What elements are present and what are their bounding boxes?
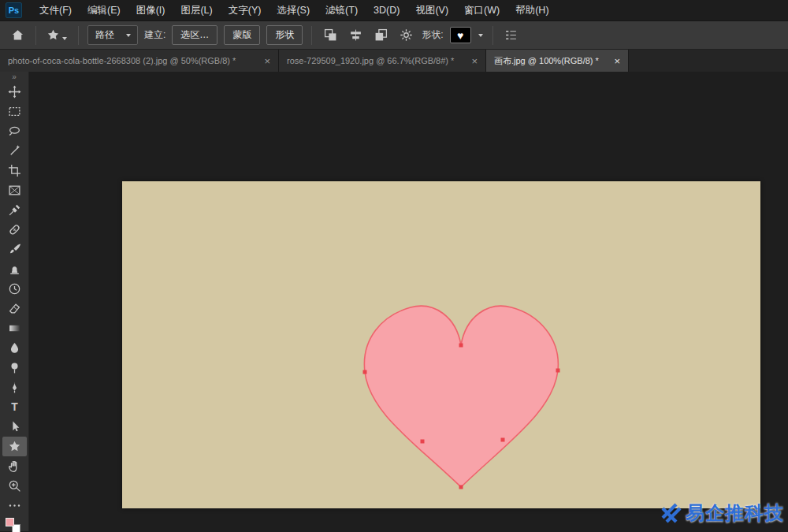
foreground-color-swatch[interactable] [6,518,14,526]
svg-text:T: T [11,400,18,413]
lasso-tool[interactable] [2,121,27,141]
make-shape-button[interactable]: 形状 [266,25,303,45]
document-tab-3[interactable]: 画布.jpg @ 100%(RGB/8) *× [486,50,629,72]
type-icon: T [8,400,21,414]
tool-mode-value: 路径 [95,28,114,42]
clone-stamp-tool[interactable] [2,259,27,279]
make-label: 建立: [144,28,165,42]
menu-view[interactable]: 视图(V) [407,0,456,20]
chevron-down-icon [61,35,68,42]
object-selection-icon [8,144,21,158]
clone-stamp-icon [8,262,21,276]
menu-3d[interactable]: 3D(D) [366,0,407,20]
document-tab-2[interactable]: rose-729509_1920.jpg @ 66.7%(RGB/8#) *× [279,50,486,72]
document-canvas[interactable] [122,181,760,508]
options-bar: 路径 建立: 选区… 蒙版 形状 形状: ♥ [0,21,788,50]
separator [492,26,493,45]
move-tool[interactable] [2,82,27,102]
color-swatches[interactable] [0,515,28,531]
dodge-tool[interactable] [2,358,27,378]
tool-preset-picker[interactable] [45,27,69,43]
menu-bar: Ps 文件(F)编辑(E)图像(I)图层(L)文字(Y)选择(S)滤镜(T)3D… [0,0,788,21]
type-tool[interactable]: T [2,397,27,417]
menu-type[interactable]: 文字(Y) [221,0,269,20]
eraser-tool[interactable] [2,299,27,318]
object-selection-tool[interactable] [2,141,27,161]
path-selection-icon [8,420,21,433]
make-mask-button[interactable]: 蒙版 [224,25,260,45]
spot-healing-tool[interactable] [2,220,27,240]
watermark: 易企推科技 [660,500,784,526]
tab-close-icon[interactable]: × [470,55,478,67]
tab-bar: photo-of-coca-cola-bottle-2668308 (2).jp… [0,50,788,72]
menu-file[interactable]: 文件(F) [32,0,80,20]
eraser-icon [8,302,21,315]
pen-tool[interactable] [2,378,27,397]
custom-shape-icon [8,440,21,453]
menu-edit[interactable]: 编辑(E) [80,0,128,20]
menu-filter[interactable]: 滤镜(T) [318,0,366,20]
heart-shape-svg [122,181,760,508]
gear-icon[interactable] [396,26,415,45]
document-tab-1[interactable]: photo-of-coca-cola-bottle-2668308 (2).jp… [0,50,279,72]
custom-shape-tool[interactable] [2,437,27,456]
tab-title: photo-of-coca-cola-bottle-2668308 (2).jp… [8,56,258,65]
gradient-icon [8,322,21,335]
heart-shape-glyph: ♥ [457,30,463,41]
path-selection-tool[interactable] [2,417,27,437]
path-operations-icon[interactable] [321,26,340,45]
frame-tool[interactable] [2,180,27,200]
path-alignment-icon[interactable] [346,26,365,45]
dodge-icon [8,361,21,374]
stroke-options-icon[interactable] [502,26,521,45]
zoom-tool[interactable] [2,476,27,496]
menu-items: 文件(F)编辑(E)图像(I)图层(L)文字(Y)选择(S)滤镜(T)3D(D)… [32,0,557,20]
tab-title: rose-729509_1920.jpg @ 66.7%(RGB/8#) * [287,56,465,65]
history-brush-icon [8,282,21,296]
brush-icon [8,243,21,256]
menu-image[interactable]: 图像(I) [128,0,173,20]
tab-close-icon[interactable]: × [262,55,270,67]
separator [35,26,36,45]
menu-window[interactable]: 窗口(W) [456,0,507,20]
toolbar-collapse-icon[interactable]: » [0,73,28,82]
frame-icon [8,184,21,197]
shape-preview-swatch[interactable]: ♥ [450,27,471,43]
hand-icon [8,459,21,473]
home-icon[interactable] [8,26,27,45]
history-brush-tool[interactable] [2,279,27,299]
eyedropper-tool[interactable] [2,200,27,220]
menu-layer[interactable]: 图层(L) [173,0,220,20]
shape-picker-label: 形状: [422,28,443,42]
custom-shape-tool-icon [46,28,60,42]
workspace: » T 易企推科技 [0,72,788,531]
blur-icon [8,341,21,355]
crop-icon [8,164,21,177]
rectangular-marquee-tool[interactable] [2,102,27,121]
pen-icon [8,381,21,394]
lasso-icon [8,125,21,138]
eyedropper-icon [8,203,21,217]
path-arrangement-icon[interactable] [371,26,390,45]
crop-tool[interactable] [2,161,27,180]
menu-help[interactable]: 帮助(H) [507,0,556,20]
tab-title: 画布.jpg @ 100%(RGB/8) * [494,55,608,67]
rectangular-marquee-icon [8,105,21,118]
hand-tool[interactable] [2,456,27,476]
edit-toolbar-tool[interactable] [2,496,27,515]
gradient-tool[interactable] [2,318,27,338]
blur-tool[interactable] [2,338,27,358]
tab-close-icon[interactable]: × [612,55,620,67]
move-icon [8,85,21,99]
tool-list: T [0,82,28,515]
canvas-area: 易企推科技 [29,72,788,531]
brush-tool[interactable] [2,240,27,259]
spot-healing-icon [8,223,21,236]
chevron-down-icon [125,32,132,39]
tool-mode-dropdown[interactable]: 路径 [87,25,138,45]
make-selection-button[interactable]: 选区… [172,25,217,45]
menu-select[interactable]: 选择(S) [269,0,318,20]
watermark-text: 易企推科技 [686,500,784,526]
chevron-down-icon[interactable] [478,32,484,39]
edit-toolbar-icon [8,499,21,512]
